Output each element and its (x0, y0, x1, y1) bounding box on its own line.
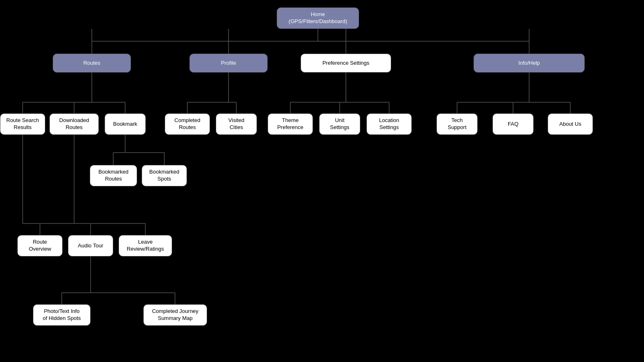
faq-node: FAQ (492, 113, 534, 135)
tree-diagram: Home(GPS/Filters/Dashboard) Routes Profi… (0, 0, 644, 362)
routes-node: Routes (53, 54, 131, 73)
about-us-node: About Us (548, 113, 593, 135)
visited-cities-node: VisitedCities (216, 113, 257, 135)
completed-routes-node: CompletedRoutes (165, 113, 210, 135)
bookmarked-routes-node: BookmarkedRoutes (90, 165, 137, 186)
profile-node: Profile (189, 54, 268, 73)
bookmark-node: Bookmark (105, 113, 146, 135)
route-search-node: Route SearchResults (0, 113, 45, 135)
audio-tour-node: Audio Tour (68, 235, 113, 256)
downloaded-routes-node: DownloadedRoutes (49, 113, 99, 135)
tech-support-node: TechSupport (436, 113, 478, 135)
photo-text-node: Photo/Text Infoof Hidden Spots (33, 304, 91, 326)
leave-review-node: LeaveReview/Ratings (119, 235, 172, 256)
completed-journey-node: Completed JourneySummary Map (143, 304, 207, 326)
infohelp-node: Info/Help (474, 54, 585, 73)
location-settings-node: LocationSettings (366, 113, 412, 135)
theme-preference-node: ThemePreference (268, 113, 313, 135)
home-node: Home(GPS/Filters/Dashboard) (277, 7, 359, 29)
route-overview-node: RouteOverview (17, 235, 63, 256)
preference-settings-node: Preference Settings (301, 54, 391, 73)
bookmarked-spots-node: BookmarkedSpots (142, 165, 187, 186)
unit-settings-node: UnitSettings (319, 113, 360, 135)
